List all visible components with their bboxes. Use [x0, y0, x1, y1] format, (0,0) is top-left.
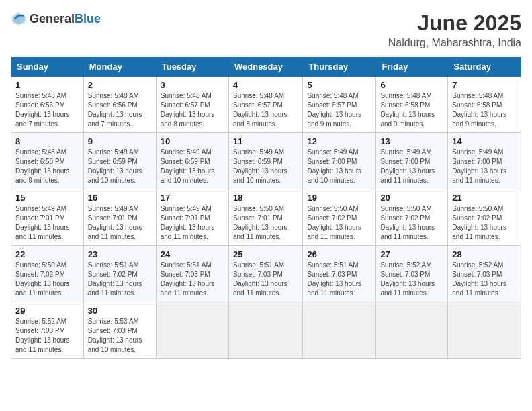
- table-cell: 3 Sunrise: 5:48 AMSunset: 6:57 PMDayligh…: [156, 77, 228, 133]
- day-info: Sunrise: 5:49 AMSunset: 7:00 PMDaylight:…: [452, 148, 506, 184]
- day-number: 6: [380, 80, 443, 90]
- table-cell: 10 Sunrise: 5:49 AMSunset: 6:59 PMDaylig…: [156, 133, 228, 189]
- calendar-header-row: Sunday Monday Tuesday Wednesday Thursday…: [11, 58, 521, 77]
- table-cell: 4 Sunrise: 5:48 AMSunset: 6:57 PMDayligh…: [228, 77, 302, 133]
- day-info: Sunrise: 5:48 AMSunset: 6:58 PMDaylight:…: [452, 92, 506, 128]
- logo-text: GeneralBlue: [30, 12, 101, 26]
- table-cell: 14 Sunrise: 5:49 AMSunset: 7:00 PMDaylig…: [448, 133, 521, 189]
- day-info: Sunrise: 5:48 AMSunset: 6:57 PMDaylight:…: [307, 92, 361, 128]
- day-info: Sunrise: 5:48 AMSunset: 6:57 PMDaylight:…: [233, 92, 287, 128]
- table-cell: 27 Sunrise: 5:52 AMSunset: 7:03 PMDaylig…: [376, 246, 448, 302]
- day-number: 17: [161, 193, 224, 203]
- col-friday: Friday: [376, 58, 448, 77]
- table-row: 15 Sunrise: 5:49 AMSunset: 7:01 PMDaylig…: [11, 189, 521, 246]
- day-info: Sunrise: 5:48 AMSunset: 6:58 PMDaylight:…: [15, 148, 70, 184]
- col-wednesday: Wednesday: [228, 58, 302, 77]
- day-number: 28: [452, 249, 517, 259]
- day-number: 19: [307, 193, 371, 203]
- table-cell: 20 Sunrise: 5:50 AMSunset: 7:02 PMDaylig…: [376, 189, 448, 246]
- empty-cell: [228, 302, 302, 359]
- table-cell: 28 Sunrise: 5:52 AMSunset: 7:03 PMDaylig…: [448, 246, 521, 302]
- table-row: 1 Sunrise: 5:48 AMSunset: 6:56 PMDayligh…: [11, 77, 521, 133]
- day-number: 9: [88, 136, 152, 146]
- table-row: 8 Sunrise: 5:48 AMSunset: 6:58 PMDayligh…: [11, 133, 521, 189]
- day-number: 3: [161, 80, 224, 90]
- title-block: June 2025 Naldurg, Maharashtra, India: [388, 11, 521, 49]
- empty-cell: [376, 302, 448, 359]
- table-cell: 19 Sunrise: 5:50 AMSunset: 7:02 PMDaylig…: [303, 189, 376, 246]
- table-cell: 16 Sunrise: 5:49 AMSunset: 7:01 PMDaylig…: [83, 189, 156, 246]
- table-cell: 8 Sunrise: 5:48 AMSunset: 6:58 PMDayligh…: [11, 133, 84, 189]
- table-cell: 7 Sunrise: 5:48 AMSunset: 6:58 PMDayligh…: [448, 77, 521, 133]
- day-info: Sunrise: 5:48 AMSunset: 6:56 PMDaylight:…: [15, 92, 70, 128]
- table-cell: 17 Sunrise: 5:49 AMSunset: 7:01 PMDaylig…: [156, 189, 228, 246]
- day-number: 4: [233, 80, 298, 90]
- day-info: Sunrise: 5:48 AMSunset: 6:57 PMDaylight:…: [161, 92, 215, 128]
- table-cell: 5 Sunrise: 5:48 AMSunset: 6:57 PMDayligh…: [303, 77, 376, 133]
- day-number: 25: [233, 249, 298, 259]
- table-cell: 26 Sunrise: 5:51 AMSunset: 7:03 PMDaylig…: [303, 246, 376, 302]
- day-info: Sunrise: 5:49 AMSunset: 7:01 PMDaylight:…: [15, 205, 70, 240]
- day-number: 10: [161, 136, 224, 146]
- day-number: 12: [307, 136, 371, 146]
- day-number: 11: [233, 136, 298, 146]
- day-info: Sunrise: 5:48 AMSunset: 6:58 PMDaylight:…: [380, 92, 435, 128]
- day-number: 22: [15, 249, 79, 259]
- col-monday: Monday: [83, 58, 156, 77]
- table-cell: 29 Sunrise: 5:52 AMSunset: 7:03 PMDaylig…: [11, 302, 84, 359]
- day-number: 27: [380, 249, 443, 259]
- table-row: 22 Sunrise: 5:50 AMSunset: 7:02 PMDaylig…: [11, 246, 521, 302]
- col-thursday: Thursday: [303, 58, 376, 77]
- col-saturday: Saturday: [448, 58, 521, 77]
- day-info: Sunrise: 5:50 AMSunset: 7:02 PMDaylight:…: [452, 205, 506, 240]
- day-number: 24: [161, 249, 224, 259]
- table-cell: 6 Sunrise: 5:48 AMSunset: 6:58 PMDayligh…: [376, 77, 448, 133]
- table-cell: 18 Sunrise: 5:50 AMSunset: 7:01 PMDaylig…: [228, 189, 302, 246]
- logo-icon: [11, 11, 27, 27]
- table-cell: 11 Sunrise: 5:49 AMSunset: 6:59 PMDaylig…: [228, 133, 302, 189]
- table-cell: 30 Sunrise: 5:53 AMSunset: 7:03 PMDaylig…: [83, 302, 156, 359]
- day-number: 16: [88, 193, 152, 203]
- col-sunday: Sunday: [11, 58, 84, 77]
- day-number: 29: [15, 306, 79, 316]
- empty-cell: [448, 302, 521, 359]
- day-number: 21: [452, 193, 517, 203]
- calendar-table: Sunday Monday Tuesday Wednesday Thursday…: [11, 57, 521, 359]
- day-info: Sunrise: 5:49 AMSunset: 7:01 PMDaylight:…: [88, 205, 142, 240]
- day-info: Sunrise: 5:51 AMSunset: 7:03 PMDaylight:…: [307, 261, 361, 297]
- day-info: Sunrise: 5:49 AMSunset: 6:59 PMDaylight:…: [88, 148, 142, 184]
- day-number: 8: [15, 136, 79, 146]
- table-cell: 12 Sunrise: 5:49 AMSunset: 7:00 PMDaylig…: [303, 133, 376, 189]
- day-number: 1: [15, 80, 79, 90]
- page-header: GeneralBlue June 2025 Naldurg, Maharasht…: [11, 11, 521, 49]
- day-info: Sunrise: 5:53 AMSunset: 7:03 PMDaylight:…: [88, 318, 142, 353]
- day-number: 2: [88, 80, 152, 90]
- day-number: 14: [452, 136, 517, 146]
- table-cell: 9 Sunrise: 5:49 AMSunset: 6:59 PMDayligh…: [83, 133, 156, 189]
- col-tuesday: Tuesday: [156, 58, 228, 77]
- day-info: Sunrise: 5:49 AMSunset: 7:00 PMDaylight:…: [307, 148, 361, 184]
- table-cell: 15 Sunrise: 5:49 AMSunset: 7:01 PMDaylig…: [11, 189, 84, 246]
- day-info: Sunrise: 5:50 AMSunset: 7:02 PMDaylight:…: [307, 205, 361, 240]
- logo-general: General: [30, 12, 75, 26]
- empty-cell: [156, 302, 228, 359]
- table-cell: 24 Sunrise: 5:51 AMSunset: 7:03 PMDaylig…: [156, 246, 228, 302]
- table-cell: 23 Sunrise: 5:51 AMSunset: 7:02 PMDaylig…: [83, 246, 156, 302]
- logo: GeneralBlue: [11, 11, 101, 27]
- day-number: 13: [380, 136, 443, 146]
- table-cell: 13 Sunrise: 5:49 AMSunset: 7:00 PMDaylig…: [376, 133, 448, 189]
- location-title: Naldurg, Maharashtra, India: [388, 37, 521, 49]
- day-info: Sunrise: 5:51 AMSunset: 7:03 PMDaylight:…: [233, 261, 287, 297]
- day-info: Sunrise: 5:51 AMSunset: 7:03 PMDaylight:…: [161, 261, 215, 297]
- day-info: Sunrise: 5:49 AMSunset: 6:59 PMDaylight:…: [233, 148, 287, 184]
- table-cell: 1 Sunrise: 5:48 AMSunset: 6:56 PMDayligh…: [11, 77, 84, 133]
- logo-blue: Blue: [75, 12, 101, 26]
- day-info: Sunrise: 5:50 AMSunset: 7:01 PMDaylight:…: [233, 205, 287, 240]
- day-info: Sunrise: 5:52 AMSunset: 7:03 PMDaylight:…: [15, 318, 70, 353]
- day-number: 26: [307, 249, 371, 259]
- day-number: 20: [380, 193, 443, 203]
- day-number: 30: [88, 306, 152, 316]
- table-row: 29 Sunrise: 5:52 AMSunset: 7:03 PMDaylig…: [11, 302, 521, 359]
- day-info: Sunrise: 5:51 AMSunset: 7:02 PMDaylight:…: [88, 261, 142, 297]
- day-info: Sunrise: 5:49 AMSunset: 7:00 PMDaylight:…: [380, 148, 435, 184]
